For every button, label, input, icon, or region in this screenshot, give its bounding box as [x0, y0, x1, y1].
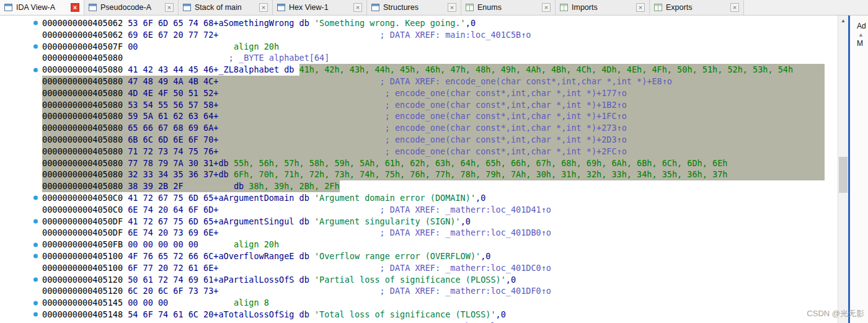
symbol-name[interactable]: aSomethingWrong — [218, 17, 294, 29]
line-gutter — [0, 122, 42, 134]
tab-exports[interactable]: Exports× — [650, 0, 744, 15]
comment[interactable]: ; DATA XREF: _matherr:loc_401DC0↑o — [380, 262, 551, 274]
listing-row[interactable]: 0000000000405080 65 66 67 68 69 6A+ ; en… — [0, 122, 838, 134]
listing-row[interactable]: 0000000000405080 53 54 55 56 57 58+ ; en… — [0, 99, 838, 111]
tab-close-icon[interactable]: × — [259, 3, 268, 12]
comment[interactable]: ; DATA XREF: encode_one(char const*,int,… — [380, 76, 672, 87]
tab-imports[interactable]: Imports× — [556, 0, 650, 15]
listing-row[interactable]: 0000000000405080 6B 6C 6D 6E 6F 70+ ; en… — [0, 134, 838, 146]
tab-close-icon[interactable]: × — [353, 3, 362, 12]
item-dot — [33, 242, 38, 247]
comment[interactable]: ; encode_one(char const*,int,char *,int … — [385, 146, 627, 157]
tab-label: Enums — [477, 3, 538, 12]
byte-values: 6E 74 20 64 6F 6D+ — [123, 204, 218, 216]
listing-row[interactable]: 0000000000405080 38 39 2B 2F db 38h, 39h… — [0, 180, 838, 192]
scrollbar-thumb[interactable] — [839, 157, 848, 193]
comment[interactable]: ; _BYTE alphabet[64] — [229, 52, 330, 64]
string-literal: 'Argument domain error (DOMAIN)' — [314, 192, 476, 204]
spacer — [218, 41, 233, 53]
listing-row[interactable]: 0000000000405145 00 00 00 align 8 — [0, 297, 838, 309]
listing-row[interactable]: 0000000000405062 69 6E 67 20 77 72+ ; DA… — [0, 29, 838, 41]
line-gutter — [0, 17, 42, 29]
tab-enums[interactable]: Enums× — [461, 0, 556, 15]
tab-close-icon[interactable]: × — [730, 3, 739, 12]
listing-row[interactable]: 00000000004050C0 6E 74 20 64 6F 6D+ ; DA… — [0, 204, 838, 216]
item-dot — [33, 312, 38, 317]
listing-row[interactable]: 0000000000405080 47 48 49 4A 4B 4C+ ; DA… — [0, 76, 838, 87]
listing-row[interactable]: 0000000000405080 ; _BYTE alphabet[64] — [0, 52, 838, 64]
listing-row[interactable]: 0000000000405100 6F 77 20 72 61 6E+ ; DA… — [0, 262, 838, 274]
line-gutter — [0, 239, 42, 250]
line-text: 0000000000405062 69 6E 67 20 77 72+ ; DA… — [42, 29, 825, 41]
listing-row[interactable]: 0000000000405080 59 5A 61 62 63 64+ ; en… — [0, 110, 838, 122]
comment[interactable]: ; DATA XREF: _matherr:loc_401DB0↑o — [380, 227, 551, 239]
right-panel-edge: Ad ▲ M — [850, 15, 868, 323]
listing-row[interactable]: 0000000000405080 71 72 73 74 75 76+ ; en… — [0, 146, 838, 157]
symbol-name[interactable]: aOverflowRangeE — [218, 250, 294, 262]
tab-bar: IDA View-A×Pseudocode-A×Stack of main×He… — [0, 0, 868, 15]
line-gutter — [0, 41, 42, 53]
tab-hex-view-1[interactable]: Hex View-1× — [273, 0, 367, 15]
scroll-up-button[interactable]: ▲ — [838, 15, 848, 26]
address: 0000000000405080 — [42, 110, 123, 122]
listing-row[interactable]: 00000000004050C0 41 72 67 75 6D 65+aArgu… — [0, 192, 838, 204]
listing-row[interactable]: 00000000004050FB 00 00 00 00 00 align 20… — [0, 239, 838, 250]
listing-row[interactable]: 0000000000405080 77 78 79 7A 30 31+db 55… — [0, 157, 838, 169]
tab-close-icon[interactable]: × — [71, 3, 79, 12]
listing-row[interactable]: 0000000000405120 50 61 72 74 69 61+aPart… — [0, 274, 838, 286]
symbol-name[interactable]: aArgumentSingul — [218, 216, 294, 228]
keyword: ,0 — [480, 250, 490, 262]
vertical-scrollbar[interactable]: ▲ — [838, 15, 848, 323]
data-values: 41h, 42h, 43h, 44h, 45h, 46h, 47h, 48h, … — [299, 64, 794, 76]
line-text: 0000000000405148 54 6F 74 61 6C 20+aTota… — [42, 309, 825, 321]
comment[interactable]: ; DATA XREF: _matherr:loc_401E20↑o — [380, 321, 551, 323]
comment[interactable]: ; encode_one(char const*,int,char *,int … — [385, 134, 627, 146]
address: 0000000000405062 — [42, 17, 123, 29]
byte-values: 47 48 49 4A 4B 4C+ — [123, 76, 218, 87]
line-gutter — [0, 262, 42, 274]
listing-row[interactable]: 0000000000405148 6C 6F 73 73 20 6F+ ; DA… — [0, 321, 838, 323]
comment[interactable]: ; encode_one(char const*,int,char *,int … — [385, 110, 627, 122]
listing-row[interactable]: 0000000000405120 6C 20 6C 6F 73 73+ ; DA… — [0, 285, 838, 297]
comment[interactable]: ; DATA XREF: main:loc_401C5B↑o — [380, 29, 531, 41]
comment[interactable]: ; encode_one(char const*,int,char *,int … — [385, 87, 627, 99]
tab-ida-view-a[interactable]: IDA View-A× — [0, 0, 84, 15]
tab-stack-of-main[interactable]: Stack of main× — [179, 0, 273, 15]
tab-close-icon[interactable]: × — [542, 3, 551, 12]
line-gutter — [0, 134, 42, 146]
byte-values: 65 66 67 68 69 6A+ — [123, 122, 218, 134]
listing-row[interactable]: 00000000004050DF 6E 74 20 73 69 6E+ ; DA… — [0, 227, 838, 239]
byte-values: 6E 74 20 73 69 6E+ — [123, 227, 218, 239]
comment[interactable]: ; DATA XREF: _matherr:loc_401D41↑o — [380, 204, 551, 216]
line-gutter — [0, 321, 42, 323]
tab-close-icon[interactable]: × — [165, 3, 174, 12]
byte-values: 00 00 00 — [123, 297, 218, 309]
listing-row[interactable]: 0000000000405080 4D 4E 4F 50 51 52+ ; en… — [0, 87, 838, 99]
line-gutter — [0, 110, 42, 122]
selection-fill — [627, 87, 825, 99]
comment[interactable]: ; encode_one(char const*,int,char *,int … — [385, 99, 627, 111]
tab-structures[interactable]: Structures× — [367, 0, 461, 15]
comment[interactable]: ; encode_one(char const*,int,char *,int … — [385, 122, 627, 134]
byte-values: 00 00 00 00 00 — [123, 239, 218, 250]
listing-row[interactable]: 00000000004050DF 41 72 67 75 6D 65+aArgu… — [0, 216, 838, 228]
symbol-name[interactable]: aPartialLossOfS — [218, 274, 294, 286]
tab-close-icon[interactable]: × — [448, 3, 456, 12]
listing-row[interactable]: 0000000000405080 32 33 34 35 36 37+db 6F… — [0, 169, 838, 180]
byte-values: 41 72 67 75 6D 65+ — [123, 192, 218, 204]
listing-row[interactable]: 0000000000405100 4F 76 65 72 66 6C+aOver… — [0, 250, 838, 262]
listing-row[interactable]: 000000000040507F 00 align 20h — [0, 41, 838, 53]
tab-pseudocode-a[interactable]: Pseudocode-A× — [84, 0, 179, 15]
tab-close-icon[interactable]: × — [636, 3, 645, 12]
comment[interactable]: ; DATA XREF: _matherr:loc_401DF0↑o — [380, 285, 551, 297]
listing-row[interactable]: 0000000000405148 54 6F 74 61 6C 20+aTota… — [0, 309, 838, 321]
address: 0000000000405100 — [42, 262, 123, 274]
listing-row[interactable]: 0000000000405080 41 42 43 44 45 46+_ZL8a… — [0, 64, 838, 76]
spacer — [218, 134, 384, 146]
data-values: 38h, 39h, 2Bh, 2Fh — [249, 180, 339, 192]
symbol-name[interactable]: _ZL8alphabet — [218, 64, 279, 76]
symbol-name[interactable]: aTotalLossOfSig — [218, 309, 294, 321]
listing-row[interactable]: 0000000000405062 53 6F 6D 65 74 68+aSome… — [0, 17, 838, 29]
symbol-name[interactable]: aArgumentDomain — [218, 192, 294, 204]
line-gutter — [0, 204, 42, 216]
